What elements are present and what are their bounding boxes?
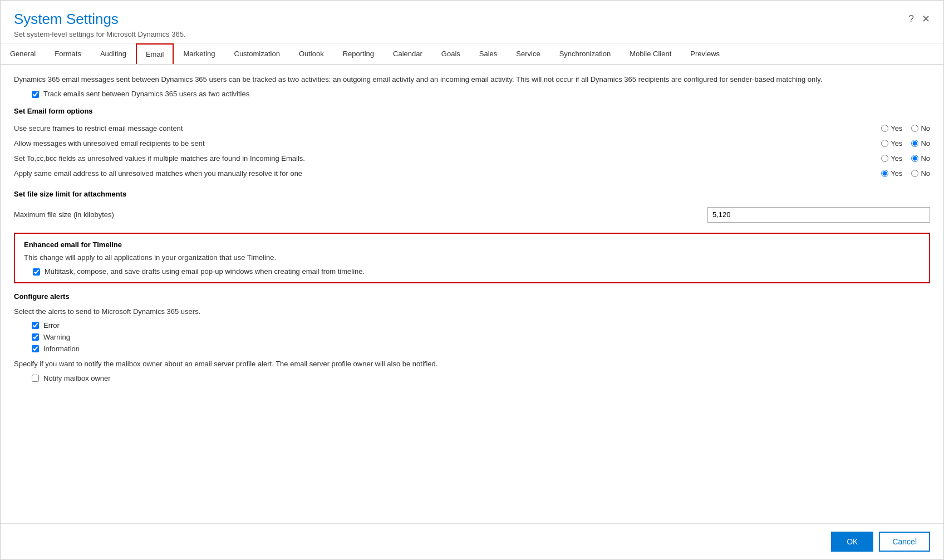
setting-label-2: Set To,cc,bcc fields as unresolved value… [14, 154, 881, 163]
tab-previews[interactable]: Previews [681, 43, 729, 64]
setting-label-1: Allow messages with unresolved email rec… [14, 139, 881, 148]
track-emails-checkbox[interactable] [32, 91, 39, 98]
radio-no-1[interactable]: No [911, 139, 930, 148]
tab-goals[interactable]: Goals [432, 43, 470, 64]
enhanced-email-desc: This change will apply to all applicatio… [24, 253, 920, 262]
tab-outlook[interactable]: Outlook [289, 43, 333, 64]
tab-general[interactable]: General [1, 43, 45, 64]
alert-error-row: Error [32, 321, 930, 330]
radio-yes-1[interactable]: Yes [881, 139, 902, 148]
track-emails-checkbox-row: Track emails sent between Dynamics 365 u… [32, 90, 930, 98]
tab-customization[interactable]: Customization [225, 43, 289, 64]
tab-sales[interactable]: Sales [470, 43, 507, 64]
radio-group-0: Yes No [881, 124, 930, 132]
tab-marketing[interactable]: Marketing [174, 43, 224, 64]
radio-yes-input-0[interactable] [881, 125, 888, 132]
radio-yes-input-2[interactable] [881, 155, 888, 162]
help-icon[interactable]: ? [908, 13, 914, 25]
enhanced-email-title: Enhanced email for Timeline [24, 240, 920, 249]
notify-description: Specify if you want to notify the mailbo… [14, 358, 930, 370]
alert-error-label[interactable]: Error [43, 321, 60, 330]
file-size-heading: Set file size limit for attachments [14, 190, 930, 198]
tab-mobile-client[interactable]: Mobile Client [620, 43, 681, 64]
radio-group-3: Yes No [881, 169, 930, 178]
alert-warning-row: Warning [32, 333, 930, 341]
tab-calendar[interactable]: Calendar [384, 43, 432, 64]
tab-formats[interactable]: Formats [45, 43, 91, 64]
tab-email[interactable]: Email [136, 43, 174, 65]
setting-row-2: Set To,cc,bcc fields as unresolved value… [14, 151, 930, 166]
tab-auditing[interactable]: Auditing [91, 43, 136, 64]
radio-no-input-1[interactable] [911, 140, 918, 147]
radio-no-3[interactable]: No [911, 169, 930, 178]
setting-label-3: Apply same email address to all unresolv… [14, 169, 881, 178]
alert-info-row: Information [32, 345, 930, 353]
radio-no-input-2[interactable] [911, 155, 918, 162]
dialog-title: System Settings [14, 11, 186, 28]
radio-group-1: Yes No [881, 139, 930, 148]
radio-yes-3[interactable]: Yes [881, 169, 902, 178]
radio-group-2: Yes No [881, 154, 930, 163]
max-file-size-label: Maximum file size (in kilobytes) [14, 210, 707, 219]
dialog-title-area: System Settings Set system-level setting… [14, 11, 186, 38]
notify-checkbox-row: Notify mailbox owner [32, 374, 930, 382]
setting-row-0: Use secure frames to restrict email mess… [14, 121, 930, 136]
max-file-size-input[interactable] [707, 207, 930, 223]
radio-no-2[interactable]: No [911, 154, 930, 163]
enhanced-email-checkbox[interactable] [33, 268, 40, 276]
alert-info-checkbox[interactable] [32, 345, 39, 352]
content-area: Dynamics 365 email messages sent between… [1, 65, 943, 523]
enhanced-email-box: Enhanced email for Timeline This change … [14, 233, 930, 283]
radio-no-0[interactable]: No [911, 124, 930, 132]
notify-mailbox-checkbox[interactable] [32, 375, 39, 382]
radio-yes-input-1[interactable] [881, 140, 888, 147]
enhanced-email-checkbox-label[interactable]: Multitask, compose, and save drafts usin… [45, 267, 365, 276]
radio-yes-0[interactable]: Yes [881, 124, 902, 132]
track-emails-label[interactable]: Track emails sent between Dynamics 365 u… [43, 90, 249, 98]
dialog-footer: OK Cancel [1, 523, 943, 559]
alert-info-label[interactable]: Information [43, 345, 80, 353]
track-emails-description: Dynamics 365 email messages sent between… [14, 74, 930, 85]
dialog-controls: ? ✕ [908, 11, 930, 25]
system-settings-dialog: System Settings Set system-level setting… [0, 0, 944, 560]
radio-no-input-3[interactable] [911, 170, 918, 177]
configure-alerts-desc: Select the alerts to send to Microsoft D… [14, 306, 930, 317]
tab-synchronization[interactable]: Synchronization [550, 43, 621, 64]
enhanced-email-checkbox-row: Multitask, compose, and save drafts usin… [33, 267, 920, 276]
alert-warning-label[interactable]: Warning [43, 333, 70, 341]
configure-alerts-heading: Configure alerts [14, 292, 930, 301]
radio-yes-2[interactable]: Yes [881, 154, 902, 163]
notify-mailbox-label[interactable]: Notify mailbox owner [43, 374, 111, 382]
setting-label-0: Use secure frames to restrict email mess… [14, 124, 881, 132]
radio-yes-input-3[interactable] [881, 170, 888, 177]
dialog-subtitle: Set system-level settings for Microsoft … [14, 30, 186, 38]
close-icon[interactable]: ✕ [922, 13, 930, 25]
tab-reporting[interactable]: Reporting [333, 43, 384, 64]
tabs-container: GeneralFormatsAuditingEmailMarketingCust… [1, 43, 943, 65]
setting-row-1: Allow messages with unresolved email rec… [14, 136, 930, 151]
radio-no-input-0[interactable] [911, 125, 918, 132]
tab-service[interactable]: Service [507, 43, 549, 64]
dialog-header: System Settings Set system-level setting… [1, 1, 943, 43]
max-file-size-row: Maximum file size (in kilobytes) [14, 204, 930, 226]
cancel-button[interactable]: Cancel [879, 532, 930, 552]
setting-row-3: Apply same email address to all unresolv… [14, 166, 930, 181]
alerts-section: Configure alerts Select the alerts to se… [14, 292, 930, 353]
alert-error-checkbox[interactable] [32, 322, 39, 329]
alert-warning-checkbox[interactable] [32, 333, 39, 341]
ok-button[interactable]: OK [831, 532, 873, 552]
email-form-heading: Set Email form options [14, 107, 930, 115]
